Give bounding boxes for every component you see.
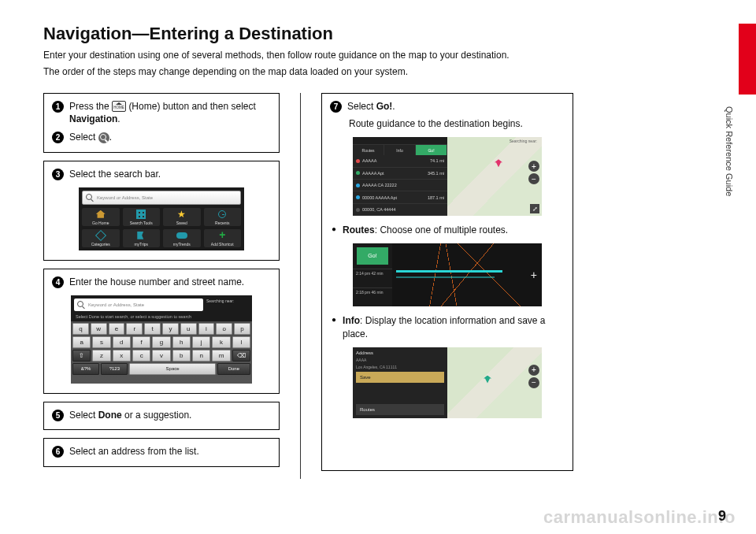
key-y[interactable]: y — [162, 323, 179, 335]
routes-map[interactable]: + — [392, 243, 542, 306]
kb-row-3: ⇧ z x c v b n m ⌫ — [72, 350, 250, 362]
key-c[interactable]: c — [132, 350, 150, 362]
key-k[interactable]: k — [212, 336, 230, 348]
page-number: 9 — [718, 508, 726, 525]
screenshot-where-to: Keyword or Address, State Go Home Search… — [79, 187, 244, 250]
expand-button[interactable]: ⤢ — [530, 204, 539, 213]
intro-line-2: The order of the steps may change depend… — [43, 65, 713, 79]
key-shift[interactable]: ⇧ — [72, 350, 91, 362]
key-q[interactable]: q — [72, 323, 89, 335]
list-item[interactable]: AAAAA Apt345.1 mi — [353, 168, 447, 180]
info-addr-2: Los Angeles, CA 11111 — [356, 365, 444, 369]
go-button[interactable]: Go! — [357, 247, 388, 265]
key-f[interactable]: f — [132, 336, 150, 348]
onscreen-keyboard: q w e r t y u i o p a — [71, 321, 252, 384]
list-item[interactable]: 00000, CA 44444 — [353, 204, 447, 216]
tile-recents[interactable]: Recents — [204, 208, 242, 226]
route-option-1[interactable]: 2:14 pm 42 min — [353, 269, 392, 287]
key-done[interactable]: Done — [217, 363, 250, 375]
map-pin-icon — [484, 376, 491, 384]
tab-info[interactable]: Info — [384, 145, 416, 155]
key-g[interactable]: g — [152, 336, 170, 348]
zoom-out-button[interactable]: − — [528, 377, 539, 388]
tab-routes[interactable]: Routes — [353, 145, 384, 155]
step-5-text: Select Done or a suggestion. — [69, 409, 271, 422]
step-number-4: 4 — [52, 276, 64, 288]
step-7-text: Select Go!. — [347, 100, 565, 113]
screenshot-keyboard: Keyword or Address, State Searching near… — [71, 295, 252, 384]
kb-row-4: &?% ?123 Space Done — [72, 363, 250, 375]
searching-near: Searching near: — [206, 299, 249, 311]
key-m[interactable]: m — [212, 350, 230, 362]
step-box-4: 4 Enter the house number and street name… — [43, 269, 280, 394]
key-backspace[interactable]: ⌫ — [232, 350, 250, 362]
routes-button[interactable]: Routes — [356, 404, 444, 415]
tab-go[interactable]: Go! — [416, 145, 447, 155]
list-item[interactable]: AAAAA74.1 mi — [353, 155, 447, 167]
tile-go-home[interactable]: Go Home — [82, 208, 120, 226]
tile-add-shortcut[interactable]: +Add Shortcut — [204, 229, 242, 247]
save-button[interactable]: Save — [356, 372, 444, 383]
key-w[interactable]: w — [91, 323, 107, 335]
tile-mytrends[interactable]: myTrends — [163, 229, 201, 247]
key-i[interactable]: i — [198, 323, 215, 335]
bullet-icon: ● — [332, 314, 336, 341]
zoom-in-button[interactable]: + — [531, 269, 537, 281]
search-bar[interactable]: Keyword or Address, State — [82, 191, 241, 205]
step-6-text: Select an address from the list. — [69, 445, 271, 458]
key-symbols[interactable]: &?% — [72, 363, 99, 375]
key-a[interactable]: a — [72, 336, 91, 348]
zoom-out-button[interactable]: − — [528, 173, 539, 184]
step-number-6: 6 — [52, 446, 64, 458]
results-map[interactable]: Searching near: + − ⤢ — [447, 137, 542, 216]
step-box-3: 3 Select the search bar. Keyword or Addr… — [43, 161, 280, 261]
list-item[interactable]: 00000 AAAAA Apt187.1 mi — [353, 191, 447, 203]
key-numbers[interactable]: ?123 — [101, 363, 128, 375]
magnifier-icon — [86, 194, 94, 202]
info-map[interactable]: + − — [447, 347, 542, 418]
tile-mytrips[interactable]: myTrips — [123, 229, 161, 247]
step-number-2: 2 — [52, 132, 64, 143]
key-b[interactable]: b — [172, 350, 191, 362]
step-box-7: 7 Select Go!. Route guidance to the dest… — [321, 93, 573, 471]
key-s[interactable]: s — [92, 336, 110, 348]
key-p[interactable]: p — [234, 323, 250, 335]
key-space[interactable]: Space — [129, 363, 215, 375]
key-h[interactable]: h — [172, 336, 191, 348]
key-t[interactable]: t — [144, 323, 161, 335]
key-v[interactable]: v — [152, 350, 170, 362]
column-divider — [300, 93, 301, 479]
key-j[interactable]: j — [192, 336, 210, 348]
tile-search-tools[interactable]: Search Tools — [123, 208, 161, 226]
key-u[interactable]: u — [180, 323, 197, 335]
key-d[interactable]: d — [113, 336, 131, 348]
key-l[interactable]: l — [232, 336, 250, 348]
route-option-2[interactable]: 2:18 pm 46 min — [353, 287, 392, 306]
search-placeholder: Keyword or Address, State — [97, 195, 153, 200]
key-z[interactable]: z — [92, 350, 110, 362]
info-addr-1: AAAA — [356, 358, 444, 362]
kb-row-1: q w e r t y u i o p — [72, 323, 250, 335]
step-3-text: Select the search bar. — [69, 168, 271, 181]
zoom-in-button[interactable]: + — [528, 161, 539, 172]
step-number-3: 3 — [52, 169, 64, 180]
tile-categories[interactable]: Categories — [82, 229, 120, 247]
key-r[interactable]: r — [126, 323, 143, 335]
key-x[interactable]: x — [113, 350, 131, 362]
bullet-info: Info: Display the location information a… — [343, 314, 563, 341]
whereto-tiles: Go Home Search Tools ★Saved Recents Cate… — [79, 208, 244, 250]
screenshot-routes: Go! 2:14 pm 42 min 2:18 pm 46 min + — [353, 243, 542, 306]
list-item[interactable]: AAAAA CA 22222 — [353, 180, 447, 191]
zoom-in-button[interactable]: + — [528, 365, 539, 376]
tile-saved[interactable]: ★Saved — [163, 208, 201, 226]
screenshot-results: Routes Info Go! AAAAA74.1 mi AAAAA Apt34… — [353, 137, 542, 216]
map-pin-icon — [495, 159, 502, 167]
step-box-6: 6 Select an address from the list. — [43, 438, 280, 467]
key-o[interactable]: o — [216, 323, 232, 335]
key-n[interactable]: n — [192, 350, 210, 362]
kb-search-bar[interactable]: Keyword or Address, State — [74, 299, 203, 311]
key-e[interactable]: e — [109, 323, 125, 335]
info-header: Address — [356, 350, 444, 355]
kb-hint: Select Done to start search, or select a… — [71, 314, 252, 321]
search-icon — [98, 132, 109, 143]
